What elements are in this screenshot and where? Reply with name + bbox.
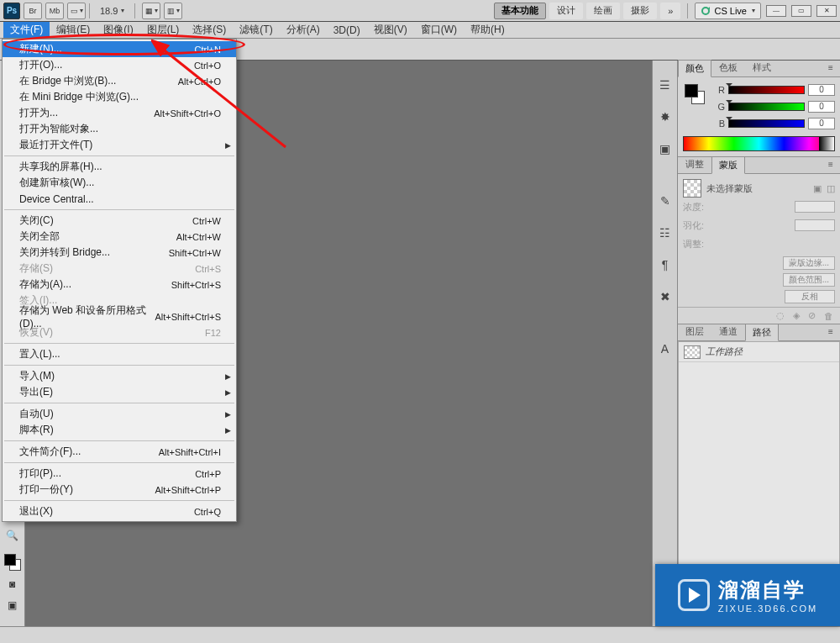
- path-item[interactable]: 工作路径: [679, 342, 839, 362]
- file-menu-item[interactable]: 打开(O)...Ctrl+O: [3, 57, 236, 73]
- menu-window[interactable]: 窗口(W): [414, 22, 464, 38]
- tab-color[interactable]: 颜色: [678, 60, 711, 77]
- b-value[interactable]: 0: [808, 118, 835, 129]
- file-menu-item[interactable]: 关闭并转到 Bridge...Shift+Ctrl+W: [3, 245, 236, 261]
- disable-mask-icon[interactable]: ⊘: [808, 310, 816, 321]
- paragraph-icon[interactable]: ¶: [656, 256, 675, 274]
- mask-title: 未选择蒙版: [706, 182, 753, 195]
- menu-item-label: 关闭(C): [19, 213, 54, 228]
- workspace-more[interactable]: »: [660, 3, 680, 19]
- pixel-mask-icon[interactable]: ▣: [813, 183, 822, 194]
- workspace-basic[interactable]: 基本功能: [494, 3, 546, 19]
- workspace-paint[interactable]: 绘画: [586, 3, 620, 19]
- file-menu-item[interactable]: 存储为 Web 和设备所用格式(D)...Alt+Shift+Ctrl+S: [3, 308, 236, 324]
- cs-live-button[interactable]: CS Live▾: [695, 3, 761, 19]
- menu-filter[interactable]: 滤镜(T): [233, 22, 279, 38]
- minimize-button[interactable]: —: [766, 5, 786, 17]
- tab-paths[interactable]: 路径: [745, 324, 779, 341]
- menu-edit[interactable]: 编辑(E): [50, 22, 97, 38]
- file-menu-item[interactable]: 打开为智能对象...: [3, 121, 236, 137]
- file-menu-item[interactable]: 在 Mini Bridge 中浏览(G)...: [3, 89, 236, 105]
- feather-field[interactable]: [795, 219, 835, 231]
- foreground-color[interactable]: [4, 554, 16, 566]
- menu-item-label: 置入(L)...: [19, 347, 60, 361]
- tab-channels[interactable]: 通道: [711, 323, 745, 340]
- mask-thumb[interactable]: [683, 179, 701, 198]
- fg-color[interactable]: [685, 84, 698, 98]
- file-menu-item[interactable]: 最近打开文件(T)▶: [3, 137, 236, 153]
- file-menu-item[interactable]: 关闭全部Alt+Ctrl+W: [3, 229, 236, 245]
- workspace-design[interactable]: 设计: [549, 3, 583, 19]
- color-range-button[interactable]: 颜色范围...: [783, 273, 835, 287]
- wrench-icon[interactable]: ✖: [656, 287, 675, 306]
- file-menu-item[interactable]: 创建新审核(W)...: [3, 175, 236, 191]
- file-menu-item[interactable]: 导入(M)▶: [3, 368, 236, 384]
- screen-mode-button[interactable]: ▭▾: [67, 3, 86, 19]
- file-menu-item[interactable]: 退出(X)Ctrl+Q: [3, 503, 236, 519]
- menu-help[interactable]: 帮助(H): [464, 22, 512, 38]
- file-menu-item[interactable]: Device Central...: [3, 191, 236, 207]
- menu-image[interactable]: 图像(I): [97, 22, 139, 38]
- file-menu-item[interactable]: 在 Bridge 中浏览(B)...Alt+Ctrl+O: [3, 73, 236, 89]
- file-menu-item[interactable]: 脚本(R)▶: [3, 422, 236, 438]
- g-slider[interactable]: [728, 103, 805, 111]
- menu-analysis[interactable]: 分析(A): [280, 22, 327, 38]
- zoom-level[interactable]: 18.9▾: [100, 6, 124, 16]
- menu-select[interactable]: 选择(S): [186, 22, 233, 38]
- density-field[interactable]: [795, 201, 835, 213]
- file-menu-item[interactable]: 共享我的屏幕(H)...: [3, 159, 236, 175]
- file-menu-item[interactable]: 导出(E)▶: [3, 384, 236, 400]
- g-value[interactable]: 0: [808, 101, 835, 113]
- apply-mask-icon[interactable]: ◈: [793, 310, 800, 321]
- maximize-button[interactable]: ▭: [791, 5, 811, 17]
- clone-source-icon[interactable]: ▣: [656, 140, 675, 158]
- color-swatches[interactable]: [3, 552, 23, 572]
- menu-layer[interactable]: 图层(L): [140, 22, 186, 38]
- color-ramp[interactable]: [683, 136, 835, 151]
- file-menu-item[interactable]: 文件简介(F)...Alt+Shift+Ctrl+I: [3, 444, 236, 460]
- file-menu-item[interactable]: 打开为...Alt+Shift+Ctrl+O: [3, 105, 236, 121]
- r-slider[interactable]: [728, 86, 805, 94]
- history-icon[interactable]: ☰: [656, 76, 675, 94]
- file-menu-item[interactable]: 存储为(A)...Shift+Ctrl+S: [3, 277, 236, 293]
- file-menu-item[interactable]: 打印(P)...Ctrl+P: [3, 466, 236, 482]
- r-value[interactable]: 0: [808, 84, 835, 96]
- menu-view[interactable]: 视图(V): [367, 22, 414, 38]
- mini-bridge-button[interactable]: Mb: [45, 3, 64, 19]
- invert-button[interactable]: 反相: [785, 290, 835, 303]
- submenu-arrow-icon: ▶: [225, 426, 231, 435]
- view-grid-button[interactable]: ▦▾: [142, 3, 160, 19]
- tab-masks[interactable]: 蒙版: [711, 156, 745, 174]
- panel-menu-icon[interactable]: ≡: [825, 63, 837, 73]
- tab-layers[interactable]: 图层: [678, 323, 711, 340]
- brush-preset-icon[interactable]: ✸: [656, 108, 675, 126]
- panel-menu-icon[interactable]: ≡: [825, 327, 837, 337]
- tab-adjustments[interactable]: 调整: [678, 155, 711, 173]
- mask-edge-button[interactable]: 蒙版边缘...: [783, 256, 835, 270]
- b-slider[interactable]: [728, 119, 805, 128]
- delete-mask-icon[interactable]: 🗑: [824, 311, 833, 321]
- bridge-button[interactable]: Br: [24, 3, 42, 19]
- vector-mask-icon[interactable]: ◫: [827, 183, 835, 194]
- panel-menu-icon[interactable]: ≡: [825, 160, 837, 170]
- tab-styles[interactable]: 样式: [745, 59, 779, 76]
- close-button[interactable]: ✕: [816, 5, 837, 17]
- screenmode-tool[interactable]: ▣: [3, 596, 23, 614]
- tool-preset-icon[interactable]: ✎: [656, 192, 675, 210]
- file-menu-item[interactable]: 新建(N)...Ctrl+N: [3, 41, 236, 57]
- load-selection-icon[interactable]: ◌: [776, 310, 785, 321]
- layer-comps-icon[interactable]: ☷: [656, 224, 675, 242]
- file-menu-item[interactable]: 关闭(C)Ctrl+W: [3, 213, 236, 229]
- arrange-button[interactable]: ▥▾: [164, 3, 182, 19]
- zoom-tool[interactable]: 🔍: [3, 526, 23, 545]
- tab-swatches[interactable]: 色板: [711, 59, 745, 76]
- file-menu-item[interactable]: 置入(L)...: [3, 346, 236, 362]
- workspace-photo[interactable]: 摄影: [623, 3, 657, 19]
- quickmask-tool[interactable]: ◙: [3, 575, 23, 593]
- file-menu-item[interactable]: 打印一份(Y)Alt+Shift+Ctrl+P: [3, 482, 236, 498]
- menu-3d[interactable]: 3D(D): [327, 22, 367, 38]
- file-menu-item[interactable]: 自动(U)▶: [3, 406, 236, 422]
- menu-file[interactable]: 文件(F): [3, 22, 50, 38]
- panel-color-swatches[interactable]: [683, 82, 706, 106]
- char-icon[interactable]: A: [656, 340, 675, 358]
